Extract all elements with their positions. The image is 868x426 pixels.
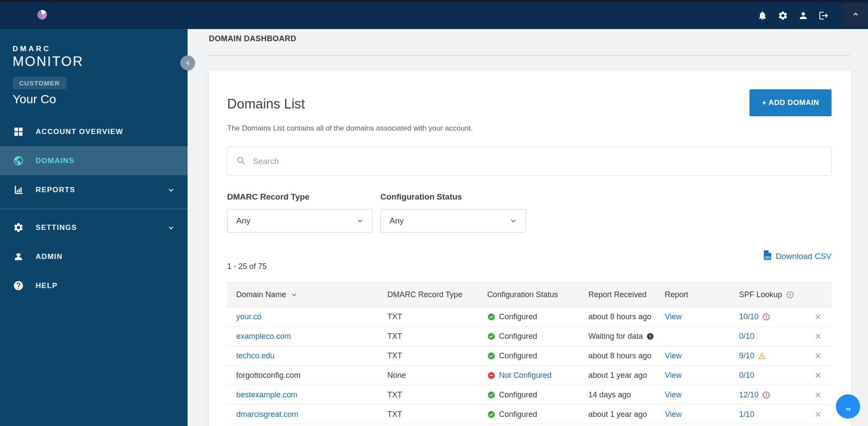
sort-down-icon[interactable] — [290, 291, 298, 299]
remove-domain-button[interactable]: ✕ — [815, 312, 822, 322]
topbar — [0, 0, 868, 29]
search-icon — [236, 156, 246, 167]
report-received: about 1 year ago — [588, 410, 647, 419]
configuration-status: Configured — [499, 390, 537, 400]
gear-icon[interactable] — [778, 10, 788, 21]
configuration-status[interactable]: Not Configured — [499, 371, 551, 380]
chevron-down-white-icon — [167, 223, 175, 232]
check-circle-icon — [487, 352, 495, 360]
chevron-down-white-icon — [167, 186, 175, 194]
view-report-link[interactable]: View — [665, 351, 682, 360]
selected-value: Any — [389, 216, 404, 226]
column-header-domain-name[interactable]: Domain Name — [227, 290, 387, 299]
sidebar-item-domains[interactable]: DOMAINS — [0, 146, 188, 175]
sidebar-item-label: ACCOUNT OVERVIEW — [36, 128, 123, 136]
page-title: DOMAIN DASHBOARD — [209, 34, 296, 43]
remove-domain-button[interactable]: ✕ — [815, 390, 822, 400]
view-report-link[interactable]: View — [665, 371, 682, 380]
globe-icon — [13, 155, 24, 166]
filter-dmarc-record-type: DMARC Record Type Any — [227, 192, 373, 233]
sidebar-item-admin[interactable]: ADMIN — [0, 242, 188, 271]
column-header-label: Report Received — [588, 290, 647, 299]
domains-table: Domain NameDMARC Record TypeConfiguratio… — [227, 282, 832, 424]
check-circle-icon — [487, 391, 495, 399]
domain-link[interactable]: exampleco.com — [236, 332, 291, 341]
card-title: Domains List — [227, 96, 305, 112]
domain-link[interactable]: techco.edu — [236, 351, 274, 360]
customer-badge: CUSTOMER — [13, 77, 66, 89]
spf-lookup-value[interactable]: 9/10 — [739, 351, 754, 360]
pagination-count: 1 - 25 of 75 — [227, 262, 267, 271]
search-box[interactable] — [227, 147, 832, 176]
sidebar-collapse-button[interactable] — [180, 56, 195, 70]
topbar-strip — [0, 0, 868, 2]
domains-list-card: Domains List The Domains List contains a… — [209, 70, 851, 426]
sidebar-item-help[interactable]: HELP — [0, 271, 188, 300]
column-header-configuration-status: Configuration Status — [487, 290, 588, 299]
dmarc-record-type-select[interactable]: Any — [227, 209, 373, 233]
collapse-header-button[interactable] — [843, 3, 868, 26]
filter-configuration-status: Configuration Status Any — [380, 192, 526, 233]
report-received: Waiting for data — [588, 332, 643, 341]
bell-icon[interactable] — [757, 10, 768, 21]
download-csv-label: Download CSV — [776, 252, 832, 261]
dmarc-record-type: TXT — [387, 410, 402, 419]
dmarc-record-type: TXT — [387, 390, 402, 400]
remove-domain-button[interactable]: ✕ — [815, 331, 822, 341]
column-header-label: DMARC Record Type — [387, 290, 462, 299]
spf-lookup-value[interactable]: 0/10 — [739, 371, 754, 380]
remove-domain-button[interactable]: ✕ — [815, 370, 822, 380]
domain-link[interactable]: your.co — [236, 312, 261, 321]
view-report-link[interactable]: View — [665, 312, 682, 321]
domain-link[interactable]: bestexample.com — [236, 390, 297, 400]
view-report-link[interactable]: View — [665, 390, 682, 400]
add-domain-button[interactable]: + ADD DOMAIN — [749, 89, 832, 116]
brand-logo-icon — [37, 10, 47, 20]
domain-link[interactable]: dmarcisgreat.com — [236, 410, 298, 419]
sidebar-item-label: ADMIN — [36, 252, 63, 261]
spf-lookup-value[interactable]: 12/10 — [739, 390, 759, 400]
sidebar: DMARC MONITOR CUSTOMER Your Co ACCOUNT O… — [0, 29, 188, 426]
chevron-down-icon — [356, 216, 364, 225]
grid-icon — [13, 126, 24, 137]
table-row: bestexample.comTXTConfigured14 days agoV… — [227, 385, 832, 405]
chevron-left-icon — [184, 59, 192, 67]
main-content: DOMAIN DASHBOARD Domains List The Domain… — [188, 29, 868, 426]
spf-lookup-value[interactable]: 0/10 — [739, 332, 754, 341]
spf-lookup-value[interactable]: 1/10 — [739, 410, 754, 419]
sidebar-item-reports[interactable]: REPORTS — [0, 175, 188, 204]
download-csv-link[interactable]: CSV Download CSV — [763, 250, 832, 262]
remove-domain-button[interactable]: ✕ — [815, 351, 822, 361]
check-circle-icon — [487, 332, 495, 341]
help-icon — [13, 280, 24, 291]
chat-widget-button[interactable] — [836, 394, 860, 419]
search-input[interactable] — [253, 157, 822, 166]
domain-name: forgottoconfig.com — [236, 371, 300, 380]
view-report-link[interactable]: View — [665, 410, 682, 419]
brand-line1: DMARC — [13, 45, 188, 53]
card-description: The Domains List contains all of the dom… — [227, 124, 473, 133]
logout-icon[interactable] — [818, 10, 829, 21]
selected-value: Any — [236, 216, 251, 226]
person-icon[interactable] — [798, 10, 809, 21]
column-header-report-received: Report Received — [588, 290, 665, 299]
table-row: dmarcisgreat.comTXTConfiguredabout 1 yea… — [227, 405, 832, 424]
configuration-status: Configured — [499, 312, 537, 321]
csv-file-icon: CSV — [763, 250, 772, 262]
configuration-status: Configured — [499, 351, 537, 360]
remove-domain-button[interactable]: ✕ — [815, 410, 822, 419]
sidebar-item-account-overview[interactable]: ACCOUNT OVERVIEW — [0, 117, 188, 146]
chevron-down-icon — [509, 216, 518, 225]
help-filled-icon[interactable]: ? — [646, 332, 654, 341]
sidebar-item-settings[interactable]: SETTINGS — [0, 213, 188, 242]
brand-line2: MONITOR — [13, 54, 188, 69]
help-outline-icon[interactable]: ? — [786, 291, 794, 299]
spf-lookup-value[interactable]: 10/10 — [739, 312, 759, 321]
table-row: forgottoconfig.comNoneNot Configuredabou… — [227, 366, 832, 385]
alert-circle-icon — [762, 391, 770, 399]
report-received: about 8 hours ago — [588, 312, 651, 321]
configuration-status-select[interactable]: Any — [380, 209, 526, 233]
sidebar-nav: ACCOUNT OVERVIEWDOMAINSREPORTSSETTINGSAD… — [0, 117, 188, 300]
column-header-label: SPF Lookup — [739, 290, 782, 299]
table-row: your.coTXTConfiguredabout 8 hours agoVie… — [227, 307, 832, 327]
